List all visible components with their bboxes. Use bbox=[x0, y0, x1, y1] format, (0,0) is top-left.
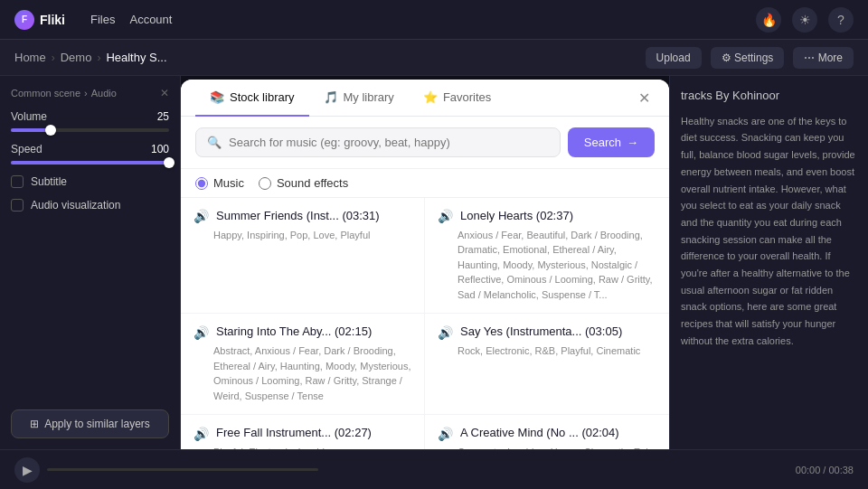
search-input[interactable] bbox=[229, 136, 549, 149]
track-tags: Happy, Inspiring, Pop, Love, Playful bbox=[193, 228, 411, 243]
time-display: 00:00 / 00:38 bbox=[796, 465, 854, 475]
speed-control: Speed 100 bbox=[11, 143, 169, 165]
subtitle-checkbox[interactable] bbox=[11, 175, 24, 188]
tab-my-library[interactable]: 🎵 My library bbox=[309, 80, 409, 117]
search-arrow-icon: → bbox=[627, 136, 638, 149]
track-item[interactable]: 🔊 Staring Into The Aby... (02:15) Abstra… bbox=[181, 314, 425, 415]
filter-sound-radio[interactable] bbox=[259, 177, 271, 190]
track-tags: Rock, Electronic, R&B, Playful, Cinemati… bbox=[438, 343, 656, 359]
search-button[interactable]: Search → bbox=[568, 127, 655, 157]
bottom-bar: ▶ 00:00 / 00:38 bbox=[0, 449, 868, 489]
track-play-icon: 🔊 bbox=[438, 209, 453, 223]
sidebar-close-icon[interactable]: ✕ bbox=[160, 87, 169, 99]
subtitle-label: Subtitle bbox=[31, 175, 67, 188]
track-name: A Creative Mind (No ... (02:04) bbox=[460, 426, 619, 441]
flame-icon[interactable]: 🔥 bbox=[756, 7, 781, 33]
favorites-icon: ⭐ bbox=[423, 90, 438, 104]
search-icon: 🔍 bbox=[207, 136, 222, 149]
sun-icon[interactable]: ☀ bbox=[792, 7, 817, 33]
track-item[interactable]: 🔊 Summer Friends (Inst... (03:31) Happy,… bbox=[181, 198, 425, 314]
volume-label: Volume bbox=[11, 110, 47, 123]
filter-music-label[interactable]: Music bbox=[195, 176, 244, 190]
track-tags: Corporate, Inspiring, Happy, Cinematic, … bbox=[438, 445, 656, 449]
sidebar: Common scene › Audio ✕ Volume 25 Speed bbox=[0, 76, 181, 449]
track-tags: Anxious / Fear, Beautiful, Dark / Broodi… bbox=[438, 228, 656, 303]
volume-value: 25 bbox=[157, 110, 169, 123]
filter-sound-label[interactable]: Sound effects bbox=[259, 176, 348, 190]
audio-viz-label: Audio visualization bbox=[31, 199, 120, 212]
help-icon[interactable]: ? bbox=[828, 7, 854, 33]
sidebar-subsection: Audio bbox=[91, 88, 117, 99]
breadcrumb-actions: Upload ⚙ Settings ⋯ More bbox=[646, 47, 854, 69]
volume-control: Volume 25 bbox=[11, 110, 169, 132]
tab-favorites[interactable]: ⭐ Favorites bbox=[409, 80, 505, 117]
modal-search-bar: 🔍 Search → bbox=[181, 117, 669, 169]
app-nav: Files Account bbox=[90, 13, 172, 26]
track-name: Free Fall Instrument... (02:27) bbox=[216, 426, 372, 441]
breadcrumb-home[interactable]: Home bbox=[14, 51, 46, 64]
track-item[interactable]: 🔊 Free Fall Instrument... (02:27) Playfu… bbox=[181, 415, 425, 449]
breadcrumb-sep-2: › bbox=[97, 52, 100, 64]
breadcrumb-current[interactable]: Healthy S... bbox=[106, 51, 166, 64]
sidebar-breadcrumb: Common scene › Audio ✕ bbox=[11, 87, 169, 99]
app-topbar: F Fliki Files Account 🔥 ☀ ? bbox=[0, 0, 868, 40]
track-play-icon: 🔊 bbox=[193, 209, 209, 223]
panel-description: Healthy snacks are one of the keys to di… bbox=[681, 113, 857, 350]
search-input-wrap: 🔍 bbox=[195, 127, 561, 157]
stock-icon: 📚 bbox=[210, 90, 224, 104]
filter-row: Music Sound effects bbox=[181, 169, 669, 198]
app-name: Fliki bbox=[40, 13, 65, 27]
modal-close-btn[interactable]: ✕ bbox=[633, 87, 655, 108]
breadcrumb-bar: Home › Demo › Healthy S... Upload ⚙ Sett… bbox=[0, 40, 868, 76]
track-item[interactable]: 🔊 Lonely Hearts (02:37) Anxious / Fear, … bbox=[425, 198, 669, 314]
tab-stock-library[interactable]: 📚 Stock library bbox=[195, 80, 309, 117]
volume-slider[interactable] bbox=[11, 128, 169, 132]
topbar-right: 🔥 ☀ ? bbox=[756, 7, 854, 33]
progress-bar[interactable] bbox=[47, 468, 318, 471]
audio-viz-checkbox[interactable] bbox=[11, 199, 24, 212]
my-library-icon: 🎵 bbox=[324, 90, 338, 104]
track-item[interactable]: 🔊 A Creative Mind (No ... (02:04) Corpor… bbox=[425, 415, 669, 449]
music-modal: 📚 Stock library 🎵 My library ⭐ Favorites… bbox=[181, 80, 669, 449]
speed-slider[interactable] bbox=[11, 161, 169, 165]
track-play-icon: 🔊 bbox=[193, 325, 209, 340]
track-name: Say Yes (Instrumenta... (03:05) bbox=[460, 324, 622, 340]
breadcrumb-sep-1: › bbox=[52, 52, 55, 64]
modal-tabs: 📚 Stock library 🎵 My library ⭐ Favorites… bbox=[181, 80, 669, 117]
filter-music-radio[interactable] bbox=[195, 177, 208, 190]
nav-account[interactable]: Account bbox=[129, 13, 172, 26]
track-play-icon: 🔊 bbox=[438, 427, 453, 441]
speed-label: Speed bbox=[11, 143, 42, 155]
more-btn[interactable]: ⋯ More bbox=[793, 47, 854, 69]
tracks-list: 🔊 Summer Friends (Inst... (03:31) Happy,… bbox=[181, 198, 669, 449]
track-tags: Abstract, Anxious / Fear, Dark / Broodin… bbox=[193, 343, 411, 403]
upload-btn[interactable]: Upload bbox=[646, 47, 702, 69]
app-logo: F Fliki bbox=[14, 10, 65, 30]
main-area: Common scene › Audio ✕ Volume 25 Speed bbox=[0, 76, 868, 449]
modal-overlay: 📚 Stock library 🎵 My library ⭐ Favorites… bbox=[181, 76, 669, 449]
track-name: Lonely Hearts (02:37) bbox=[460, 209, 573, 224]
apply-similar-btn[interactable]: ⊞ Apply to similar layers bbox=[11, 409, 169, 438]
playback-icon[interactable]: ▶ bbox=[14, 457, 40, 483]
breadcrumb-demo[interactable]: Demo bbox=[61, 51, 92, 64]
nav-files[interactable]: Files bbox=[90, 13, 115, 26]
track-tags: Playful, Electronic, Inspiring bbox=[193, 445, 411, 449]
apply-icon: ⊞ bbox=[30, 418, 39, 430]
audio-viz-row: Audio visualization bbox=[11, 199, 169, 212]
settings-btn[interactable]: ⚙ Settings bbox=[711, 47, 785, 69]
right-panel: tracks By Kohinoor Healthy snacks are on… bbox=[669, 76, 868, 449]
tracks-grid: 🔊 Summer Friends (Inst... (03:31) Happy,… bbox=[181, 198, 669, 449]
track-name: Staring Into The Aby... (02:15) bbox=[216, 324, 372, 340]
track-item[interactable]: 🔊 Say Yes (Instrumenta... (03:05) Rock, … bbox=[425, 314, 669, 415]
subtitle-row: Subtitle bbox=[11, 175, 169, 188]
speed-value: 100 bbox=[151, 143, 169, 155]
sidebar-section: Common scene bbox=[11, 88, 80, 99]
track-name: Summer Friends (Inst... (03:31) bbox=[216, 209, 380, 224]
track-play-icon: 🔊 bbox=[438, 325, 453, 340]
logo-icon: F bbox=[14, 10, 34, 30]
content-area: 📚 Stock library 🎵 My library ⭐ Favorites… bbox=[181, 76, 669, 449]
track-play-icon: 🔊 bbox=[193, 427, 209, 441]
track-info: tracks By Kohinoor bbox=[681, 87, 857, 106]
